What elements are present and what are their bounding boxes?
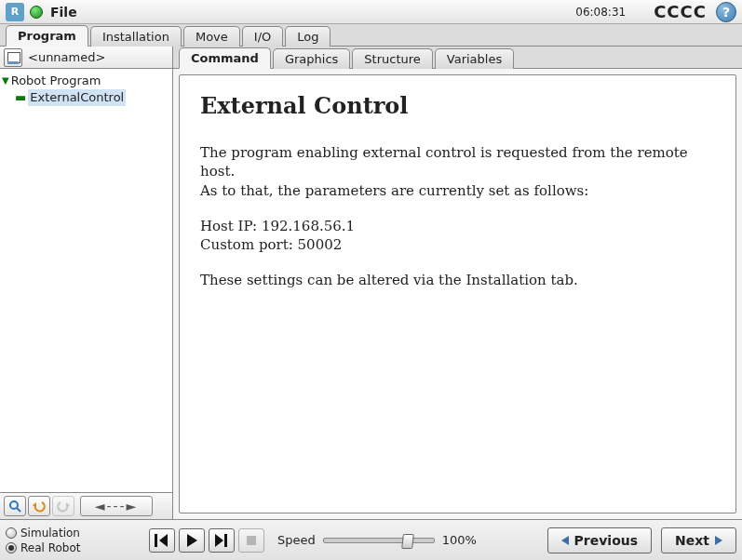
- svg-marker-5: [159, 534, 168, 547]
- previous-label: Previous: [574, 533, 639, 548]
- tree-root-row[interactable]: ▼ Robot Program: [2, 73, 170, 89]
- svg-rect-9: [247, 536, 256, 545]
- program-header: <unnamed>: [0, 47, 172, 69]
- content-title: External Control: [200, 92, 715, 119]
- help-icon[interactable]: ?: [716, 2, 736, 22]
- svg-marker-6: [187, 534, 197, 547]
- content-custom-port: Custom port: 50002: [200, 235, 715, 254]
- program-name: <unnamed>: [28, 50, 105, 64]
- radio-real-robot[interactable]: Real Robot: [6, 541, 136, 554]
- clock: 06:08:31: [575, 6, 626, 19]
- stop-button[interactable]: [238, 528, 264, 553]
- media-controls: [149, 528, 264, 553]
- rewind-button[interactable]: [149, 528, 175, 553]
- tab-move[interactable]: Move: [183, 26, 240, 47]
- next-label: Next: [675, 533, 709, 548]
- previous-button[interactable]: Previous: [547, 527, 653, 553]
- undo-icon: [33, 500, 46, 513]
- next-button[interactable]: Next: [661, 527, 736, 553]
- status-indicator: CCCC: [654, 2, 707, 21]
- step-icon: [214, 534, 229, 547]
- subtab-graphics[interactable]: Graphics: [273, 48, 350, 69]
- tree-child-label: ExternalControl: [28, 89, 126, 106]
- subtab-structure[interactable]: Structure: [352, 48, 432, 69]
- undo-button[interactable]: [28, 496, 50, 516]
- nav-buttons: Previous Next: [547, 527, 736, 553]
- arrow-left-icon: [561, 536, 569, 545]
- tree-expand-icon[interactable]: ▼: [2, 73, 9, 89]
- stop-icon: [245, 534, 258, 547]
- tab-program[interactable]: Program: [6, 25, 88, 47]
- bottom-bar: Simulation Real Robot Speed 100% Previou…: [0, 519, 742, 560]
- right-panel: Command Graphics Structure Variables Ext…: [173, 47, 742, 519]
- play-icon: [185, 534, 198, 547]
- tree-node-icon: ▬: [15, 89, 26, 106]
- content-pane: External Control The program enabling ex…: [179, 74, 736, 513]
- search-button[interactable]: [4, 496, 26, 516]
- tab-io[interactable]: I/O: [242, 26, 283, 47]
- rewind-icon: [155, 534, 169, 547]
- svg-line-1: [17, 508, 20, 512]
- save-icon[interactable]: [4, 48, 22, 67]
- svg-point-0: [10, 501, 18, 509]
- tab-log[interactable]: Log: [285, 26, 331, 47]
- svg-marker-7: [215, 534, 223, 547]
- radio-simulation[interactable]: Simulation: [6, 527, 136, 540]
- speed-slider[interactable]: [323, 538, 435, 543]
- top-bar: R File 06:08:31 CCCC ?: [0, 0, 742, 24]
- subtab-command[interactable]: Command: [179, 47, 271, 69]
- content-host-ip: Host IP: 192.168.56.1: [200, 217, 715, 235]
- tree-child-row[interactable]: ▬ ExternalControl: [2, 89, 170, 106]
- work-area: <unnamed> ▼ Robot Program ▬ ExternalCont…: [0, 47, 742, 519]
- svg-rect-8: [224, 534, 227, 547]
- slider-thumb-icon[interactable]: [401, 534, 414, 549]
- file-menu[interactable]: File: [50, 5, 77, 20]
- play-button[interactable]: [179, 528, 205, 553]
- move-arrows-button[interactable]: ◄---►: [80, 496, 153, 516]
- radio-simulation-label: Simulation: [20, 527, 80, 540]
- tree-root-label: Robot Program: [11, 73, 101, 89]
- speed-area: Speed 100%: [277, 533, 477, 547]
- content-paragraph-3: These settings can be altered via the In…: [200, 271, 715, 289]
- svg-rect-4: [155, 534, 157, 547]
- radio-real-robot-label: Real Robot: [20, 541, 81, 554]
- globe-icon: [30, 6, 43, 19]
- radio-icon: [6, 542, 17, 553]
- magnifier-icon: [8, 500, 21, 513]
- left-panel: <unnamed> ▼ Robot Program ▬ ExternalCont…: [0, 47, 173, 519]
- main-tab-row: Program Installation Move I/O Log: [0, 24, 742, 47]
- subtab-variables[interactable]: Variables: [435, 48, 514, 69]
- speed-label: Speed: [277, 533, 316, 547]
- program-tree[interactable]: ▼ Robot Program ▬ ExternalControl: [0, 69, 172, 493]
- speed-value: 100%: [442, 533, 477, 547]
- step-button[interactable]: [209, 528, 235, 553]
- content-paragraph-1: The program enabling external control is…: [200, 143, 715, 181]
- radio-icon: [6, 527, 17, 539]
- ur-logo-icon: R: [6, 3, 24, 21]
- sub-tab-row: Command Graphics Structure Variables: [173, 47, 742, 69]
- tab-installation[interactable]: Installation: [90, 26, 182, 47]
- left-toolbar: ◄---►: [0, 493, 172, 519]
- redo-icon: [57, 500, 70, 513]
- redo-button[interactable]: [52, 496, 74, 516]
- robot-mode-radios: Simulation Real Robot: [6, 527, 136, 554]
- arrow-right-icon: [715, 536, 722, 545]
- content-paragraph-2: As to that, the parameters are currently…: [200, 181, 715, 200]
